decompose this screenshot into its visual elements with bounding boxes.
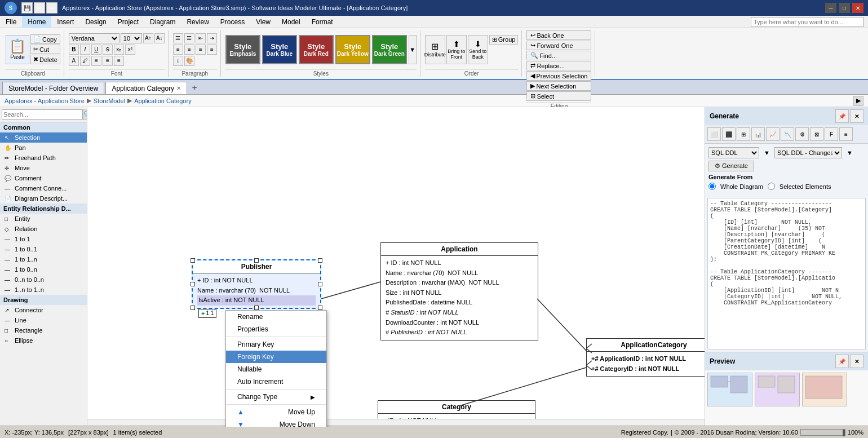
tool-line[interactable]: — Line [0,315,87,325]
canvas[interactable]: Publisher + ID : int NOT NULL Name : nva… [87,107,705,427]
tool-rectangle[interactable]: □ Rectangle [0,325,87,335]
forward-one-button[interactable]: ↪ Forward One [526,41,591,50]
ctx-rename[interactable]: Rename [226,311,326,323]
rp-tool-8[interactable]: ⊠ [810,127,823,141]
subscript-button[interactable]: x₂ [114,45,124,55]
tool-diagram-description[interactable]: 📄 Diagram Descript... [0,193,87,203]
menu-diagram[interactable]: Diagram [144,16,181,28]
numbering-btn[interactable]: ☰ [184,33,194,43]
whole-diagram-radio[interactable] [708,183,716,190]
font-family-select[interactable]: Verdana [69,33,119,43]
para-align-center[interactable]: ≡ [184,45,194,55]
prev-selection-button[interactable]: ◀ Previous Selection [526,71,591,81]
entity-publisher[interactable]: Publisher + ID : int NOT NULL Name : nva… [192,259,321,309]
ctx-move-down[interactable]: ▼ Move Down [226,418,326,427]
align-right-btn[interactable]: ≡ [114,56,124,66]
tab-close-icon[interactable]: ✕ [176,85,181,91]
undo-btn[interactable]: ↩ [34,2,45,14]
zoom-slider-track[interactable] [800,429,845,436]
tool-1to01[interactable]: — 1 to 0..1 [0,244,87,254]
highlight-btn[interactable]: 🖊 [80,56,90,66]
font-color-btn[interactable]: A [69,56,79,66]
tab-application-category[interactable]: Application Category ✕ [105,82,187,94]
tool-entity[interactable]: □ Entity [0,214,87,224]
rp-tool-9[interactable]: F [825,127,838,141]
global-search[interactable] [751,17,863,27]
breadcrumb-appcategory[interactable]: Application Category [134,98,192,104]
tool-selection[interactable]: ↖ Selection [0,132,87,143]
tool-move[interactable]: ✛ Move [0,163,87,173]
sql-output[interactable]: -- Table Category ------------------ CRE… [707,198,866,349]
superscript-button[interactable]: x² [125,45,135,55]
section-er-header[interactable]: Entity Relationship D... [0,203,87,214]
menu-home[interactable]: Home [22,16,51,28]
ctx-nullable[interactable]: Nullable [226,363,326,375]
menu-design[interactable]: Design [79,16,112,28]
tool-search-input[interactable] [2,109,83,120]
tool-1to1n[interactable]: — 1 to 1..n [0,254,87,264]
group-button[interactable]: ⊞ Group [489,35,519,45]
paste-button[interactable]: 📋 Paste [6,35,29,64]
menu-insert[interactable]: Insert [51,16,79,28]
rp-tool-6[interactable]: 📉 [781,127,794,141]
rp-tool-5[interactable]: 📈 [766,127,780,141]
new-tab-button[interactable]: + [188,82,201,94]
style-emphasis[interactable]: Style Emphasis [225,35,260,64]
menu-model[interactable]: Model [276,16,306,28]
para-align-left[interactable]: ≡ [173,45,183,55]
entity-application[interactable]: Application + ID : int NOT NULL Name : n… [380,242,538,340]
preview-thumb-1[interactable] [707,373,752,406]
rp-tool-2[interactable]: ⬛ [722,127,736,141]
selected-elements-radio[interactable] [768,183,775,190]
para-align-right[interactable]: ≡ [196,45,206,55]
distribute-button[interactable]: ⊞ Distribute [425,35,445,64]
style-dark-blue[interactable]: Style Dark Blue [262,35,297,64]
font-decrease-btn[interactable]: A↓ [154,33,165,43]
shading-btn[interactable]: 🎨 [184,56,194,66]
sql-type-select[interactable]: SQL DDL [708,147,759,158]
bold-button[interactable]: B [69,45,79,55]
delete-button[interactable]: ✖Delete [30,55,60,64]
preview-close-btn[interactable]: ✕ [850,355,863,368]
font-increase-btn[interactable]: A↑ [143,33,153,43]
tool-1to0n[interactable]: — 1 to 0..n [0,264,87,275]
rp-tool-4[interactable]: 📊 [751,127,765,141]
close-btn[interactable]: ✕ [852,3,863,13]
line-spacing-btn[interactable]: ↕ [173,56,183,66]
redo-btn[interactable]: ↪ [46,2,57,14]
bullets-btn[interactable]: ☰ [173,33,183,43]
align-left-btn[interactable]: ≡ [91,56,101,66]
sql-changes-select[interactable]: SQL DDL - Changes [774,147,842,158]
ctx-auto-increment[interactable]: Auto Increment [226,375,326,388]
tool-relation[interactable]: ◇ Relation [0,224,87,234]
underline-button[interactable]: U [91,45,101,55]
menu-review[interactable]: Review [181,16,214,28]
rp-tool-1[interactable]: ⬜ [707,127,721,141]
tool-1to1[interactable]: — 1 to 1 [0,234,87,244]
style-dark-green[interactable]: Style Dark Green [372,35,407,64]
send-to-back-button[interactable]: ⬇ Send to Back [468,35,488,64]
section-common-header[interactable]: Common [0,122,87,132]
rp-tool-7[interactable]: ⚙ [795,127,809,141]
rp-tool-3[interactable]: ⊞ [737,127,750,141]
tool-comment[interactable]: 💬 Comment [0,173,87,183]
ctx-move-up[interactable]: ▲ Move Up [226,406,326,418]
tool-pan[interactable]: ✋ Pan [0,143,87,153]
next-selection-button[interactable]: ▶ Next Selection [526,81,591,91]
tool-comment-connector[interactable]: — Comment Conne... [0,183,87,193]
find-button[interactable]: 🔍 Find... [526,51,591,60]
bring-to-front-button[interactable]: ⬆ Bring to Front [446,35,467,64]
tool-1nto1n[interactable]: — 1..n to 1..n [0,285,87,295]
tool-0nto0n[interactable]: — 0..n to 0..n [0,275,87,285]
tool-connector[interactable]: ↗ Connector [0,305,87,315]
font-size-select[interactable]: 10 [121,33,142,43]
preview-thumb-3[interactable] [802,373,847,406]
entity-applicationcategory[interactable]: ApplicationCategory +# ApplicationID : i… [586,338,705,377]
section-drawing-header[interactable]: Drawing [0,295,87,305]
generate-button[interactable]: ⚙ Generate [708,161,754,171]
align-center-btn[interactable]: ≡ [103,56,113,66]
replace-button[interactable]: ⇄ Replace... [526,61,591,70]
rp-pin-btn[interactable]: 📌 [835,109,849,123]
preview-pin-btn[interactable]: 📌 [835,355,849,368]
ctx-foreign-key[interactable]: Foreign Key [226,351,326,363]
